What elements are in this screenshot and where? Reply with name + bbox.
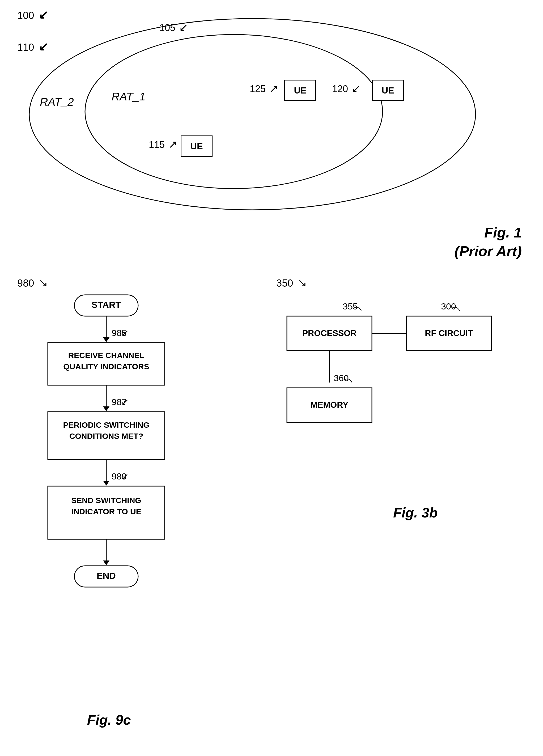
ref-label-105: 105 ↙ — [159, 21, 188, 33]
svg-text:PERIODIC SWITCHING: PERIODIC SWITCHING — [63, 421, 149, 429]
svg-point-0 — [29, 19, 476, 210]
flowchart-9c: START 985 ↙ RECEIVE CHANNEL QUALITY INDI… — [21, 287, 202, 691]
svg-marker-12 — [103, 406, 109, 411]
svg-text:↙: ↙ — [121, 471, 129, 481]
svg-text:355: 355 — [343, 301, 358, 311]
fig3b-diagram: 355 PROCESSOR 300 RF CIRCUIT 360 MEMORY — [266, 295, 510, 481]
svg-text:RF CIRCUIT: RF CIRCUIT — [425, 328, 473, 338]
svg-text:300: 300 — [441, 301, 456, 311]
rat1-label: RAT_1 — [112, 90, 146, 103]
ue-115-label: 115 ↗ — [149, 138, 177, 150]
ref-label-350: 350 ↘ — [276, 276, 307, 289]
svg-text:RECEIVE CHANNEL: RECEIVE CHANNEL — [68, 351, 145, 360]
outer-ellipse — [27, 16, 478, 213]
svg-text:↙: ↙ — [121, 397, 129, 407]
svg-text:SEND SWITCHING: SEND SWITCHING — [71, 496, 141, 505]
ue-120-box: UE — [372, 80, 404, 101]
svg-text:QUALITY INDICATORS: QUALITY INDICATORS — [63, 362, 149, 371]
fig1-caption: Fig. 1 (Prior Art) — [455, 223, 522, 260]
page: 100 ↙ 110 ↙ RAT_2 RAT_1 105 ↙ — [0, 0, 543, 756]
svg-text:MEMORY: MEMORY — [311, 400, 349, 410]
svg-text:CONDITIONS MET?: CONDITIONS MET? — [69, 432, 143, 440]
ue-125-box: UE — [284, 80, 316, 101]
svg-text:360: 360 — [334, 373, 349, 383]
svg-text:↙: ↙ — [121, 328, 129, 338]
svg-text:END: END — [97, 571, 116, 581]
fig3b-caption: Fig. 3b — [393, 505, 438, 521]
svg-text:START: START — [92, 300, 121, 310]
ue-125-label: 125 ↗ — [250, 82, 278, 95]
svg-text:INDICATOR TO UE: INDICATOR TO UE — [71, 507, 141, 516]
ue-120-label: 120 ↙ — [332, 82, 361, 95]
svg-marker-19 — [103, 481, 109, 486]
ue-115-box: UE — [181, 135, 213, 157]
svg-text:PROCESSOR: PROCESSOR — [302, 328, 357, 338]
fig9c-caption: Fig. 9c — [43, 712, 175, 728]
svg-marker-26 — [103, 560, 109, 565]
rat2-label: RAT_2 — [40, 96, 74, 108]
svg-marker-5 — [103, 337, 109, 342]
svg-point-1 — [85, 35, 383, 189]
